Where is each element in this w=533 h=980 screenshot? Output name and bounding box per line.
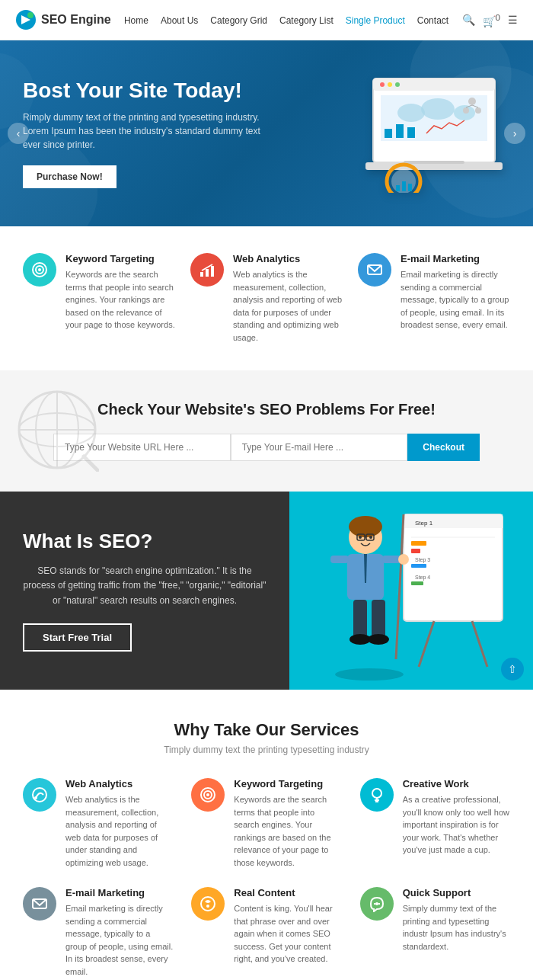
- search-icon[interactable]: 🔍: [462, 14, 475, 26]
- hero-cta-button[interactable]: Purchase Now!: [23, 165, 116, 188]
- feature-email-title: E-mail Marketing: [401, 253, 510, 264]
- svg-rect-52: [411, 564, 426, 568]
- nav-category-grid[interactable]: Category Grid: [210, 15, 267, 26]
- service-email-title: E-mail Marketing: [65, 887, 173, 898]
- seo-email-input[interactable]: [231, 434, 408, 461]
- service-keyword-content: Keyword Targeting Keywords are the searc…: [234, 778, 341, 869]
- seo-person-illustration: Step 1 Step 3 Step 4: [297, 492, 525, 690]
- service-analytics-text: Web analytics is the measurement, collec…: [65, 793, 173, 869]
- service-creative-text: As a creative professional, you'll know …: [403, 793, 510, 857]
- service-analytics-title: Web Analytics: [65, 778, 173, 789]
- service-content-icon-wrap: [191, 887, 225, 921]
- feature-analytics-icon-wrap: [190, 253, 224, 287]
- cart-icon[interactable]: 🛒0: [483, 12, 500, 27]
- svg-point-14: [421, 98, 455, 120]
- svg-point-69: [398, 554, 409, 565]
- target-icon: [31, 261, 48, 278]
- svg-point-75: [33, 788, 46, 802]
- feature-analytics-content: Web Analytics Web analytics is the measu…: [233, 253, 343, 344]
- svg-point-34: [38, 268, 41, 271]
- feature-keyword-title: Keyword Targeting: [65, 253, 175, 264]
- svg-rect-71: [372, 600, 385, 638]
- feature-keyword: Keyword Targeting Keywords are the searc…: [23, 253, 175, 344]
- svg-point-79: [206, 793, 209, 796]
- bulb-icon: [369, 786, 385, 803]
- feature-email-icon-wrap: [358, 253, 391, 287]
- nav-about[interactable]: About Us: [161, 15, 198, 26]
- svg-point-86: [206, 905, 209, 908]
- service-web-analytics: Web Analytics Web analytics is the measu…: [23, 778, 173, 869]
- keyword-target-icon: [199, 786, 216, 803]
- service-content-title: Real Content: [234, 887, 341, 898]
- svg-line-56: [472, 621, 487, 667]
- service-support: Quick Support Simply dummy text of the p…: [360, 887, 510, 978]
- service-keyword: Keyword Targeting Keywords are the searc…: [191, 778, 341, 869]
- hero-content: Bost Your Site Today! Rimply dummy text …: [23, 78, 266, 188]
- feature-email-text: Email marketing is directly sending a co…: [401, 268, 510, 331]
- service-email-icon-wrap: [23, 887, 56, 921]
- svg-rect-29: [396, 185, 400, 191]
- svg-point-19: [468, 98, 476, 105]
- service-content-text: Content is king. You'll hear that phrase…: [234, 902, 341, 966]
- hero-image: [358, 71, 510, 196]
- nav-home[interactable]: Home: [124, 15, 148, 26]
- chart-icon: [199, 261, 215, 278]
- svg-line-57: [396, 514, 404, 659]
- svg-point-87: [375, 902, 378, 905]
- service-email-content: E-mail Marketing Email marketing is dire…: [65, 887, 173, 978]
- mail-icon: [31, 895, 48, 912]
- why-services-subtitle: Timply dummy text the printing typesetti…: [23, 745, 510, 755]
- svg-rect-54: [411, 581, 423, 585]
- nav-links: Home About Us Category Grid Category Lis…: [124, 13, 448, 27]
- nav-contact[interactable]: Contact: [417, 15, 448, 26]
- feature-analytics: Web Analytics Web analytics is the measu…: [190, 253, 343, 344]
- hero-section: ‹ Bost Your Site Today! Rimply dummy tex…: [0, 40, 533, 226]
- start-free-trial-button[interactable]: Start Free Trial: [23, 623, 132, 652]
- nav-category-list[interactable]: Category List: [279, 15, 334, 26]
- seo-check-form: Checkout: [53, 434, 480, 461]
- service-analytics-content: Web Analytics Web analytics is the measu…: [65, 778, 173, 869]
- svg-rect-16: [385, 129, 392, 138]
- seo-check-title: Check Your Website's SEO Problems For Fr…: [97, 401, 436, 418]
- what-seo-section: What Is SEO? SEO stands for "search engi…: [0, 492, 533, 690]
- service-creative: Creative Work As a creative professional…: [360, 778, 510, 869]
- service-email: E-mail Marketing Email marketing is dire…: [23, 887, 173, 978]
- feature-analytics-title: Web Analytics: [233, 253, 343, 264]
- service-keyword-title: Keyword Targeting: [234, 778, 341, 789]
- svg-text:Step 1: Step 1: [415, 520, 433, 527]
- svg-rect-49: [411, 541, 426, 546]
- logo[interactable]: SEO Engine: [15, 9, 111, 30]
- service-content-content: Real Content Content is king. You'll hea…: [234, 887, 341, 966]
- svg-point-59: [349, 516, 382, 537]
- scroll-up-button[interactable]: ⇧: [501, 658, 524, 681]
- svg-line-55: [419, 621, 434, 667]
- svg-rect-35: [200, 272, 203, 277]
- svg-point-20: [463, 107, 469, 114]
- menu-icon[interactable]: ☰: [508, 14, 518, 26]
- svg-point-13: [397, 104, 425, 122]
- svg-rect-67: [330, 556, 349, 563]
- globe-bg-icon: [15, 388, 99, 475]
- service-creative-title: Creative Work: [403, 778, 510, 789]
- service-creative-icon-wrap: [360, 778, 394, 812]
- svg-point-60: [359, 536, 362, 539]
- svg-point-9: [380, 82, 385, 87]
- services-grid: Web Analytics Web analytics is the measu…: [23, 778, 510, 978]
- svg-point-73: [368, 634, 389, 645]
- why-services-title: Why Take Our Services: [23, 720, 510, 740]
- nav-single-product[interactable]: Single Product: [346, 15, 405, 26]
- hero-text: Rimply dummy text of the printing and ty…: [23, 110, 266, 152]
- logo-text: SEO Engine: [41, 13, 111, 27]
- svg-text:Step 4: Step 4: [415, 575, 430, 581]
- email-icon: [366, 261, 383, 278]
- feature-keyword-icon-wrap: [23, 253, 56, 287]
- svg-point-85: [201, 897, 215, 911]
- feature-email-content: E-mail Marketing Email marketing is dire…: [401, 253, 510, 331]
- seo-check-section: Check Your Website's SEO Problems For Fr…: [0, 370, 533, 492]
- svg-line-44: [84, 456, 97, 470]
- svg-point-21: [475, 107, 481, 114]
- seo-checkout-button[interactable]: Checkout: [407, 434, 480, 461]
- service-content: Real Content Content is king. You'll hea…: [191, 887, 341, 978]
- svg-point-11: [395, 82, 400, 87]
- hero-illustration: [358, 71, 510, 193]
